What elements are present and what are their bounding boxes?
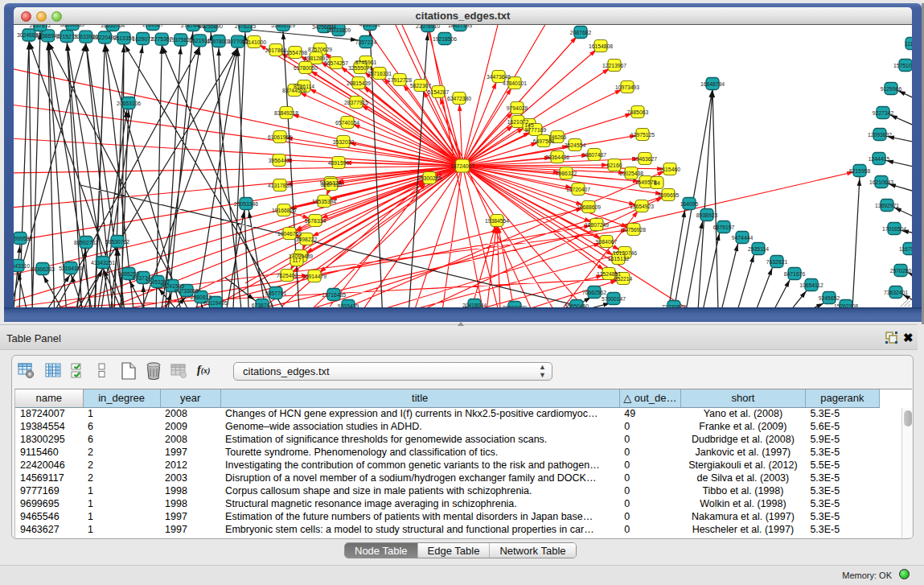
svg-text:3498222: 3498222 [296,237,318,242]
svg-text:66119495: 66119495 [203,300,228,306]
svg-text:84: 84 [654,180,660,186]
svg-text:91733095: 91733095 [175,288,199,294]
svg-text:43343251: 43343251 [91,260,115,266]
svg-text:10025438: 10025438 [619,171,643,176]
svg-text:8938923: 8938923 [696,212,718,218]
svg-text:4891590: 4891590 [328,160,350,166]
svg-text:10654112: 10654112 [799,282,823,288]
svg-text:2976225: 2976225 [235,25,257,29]
svg-text:20815439: 20815439 [347,80,371,86]
svg-text:2935114: 2935114 [748,246,769,252]
svg-text:16914479: 16914479 [302,274,326,279]
svg-text:12093832: 12093832 [868,132,892,138]
svg-text:88590039: 88590039 [60,25,84,27]
svg-text:12975125: 12975125 [630,132,655,138]
svg-text:5822307: 5822307 [410,83,432,89]
svg-text:16210643: 16210643 [869,179,893,185]
svg-text:10046766: 10046766 [277,231,302,237]
svg-text:10756928: 10756928 [622,227,646,233]
svg-text:34473646: 34473646 [487,74,511,80]
svg-text:3267130: 3267130 [321,182,343,187]
svg-text:18724007: 18724007 [450,163,474,169]
svg-text:252214: 252214 [614,276,633,282]
svg-text:17016504: 17016504 [882,226,906,232]
svg-text:12213967: 12213967 [602,63,626,68]
svg-text:17912728: 17912728 [388,77,412,83]
svg-text:6879197: 6879197 [713,225,735,230]
svg-text:16655764: 16655764 [101,25,125,28]
svg-text:19463627: 19463627 [633,156,657,162]
svg-text:164095: 164095 [680,201,699,207]
svg-text:9115460: 9115460 [659,167,680,172]
svg-text:16154808: 16154808 [589,43,613,49]
svg-text:32555071: 32555071 [348,65,372,71]
svg-text:20053346: 20053346 [234,201,258,207]
svg-text:3956442: 3956442 [269,158,290,163]
svg-text:47840101: 47840101 [503,80,527,86]
svg-text:2087682: 2087682 [570,30,592,35]
svg-text:9245652: 9245652 [819,295,840,301]
svg-text:81366283: 81366283 [31,266,55,272]
svg-text:7986322: 7986322 [556,171,577,176]
svg-text:55650450: 55650450 [565,303,589,308]
svg-text:51554798: 51554798 [283,50,307,56]
svg-text:41317839: 41317839 [268,183,292,188]
svg-text:56574257: 56574257 [324,60,348,66]
svg-text:20653106: 20653106 [117,101,141,106]
svg-text:15720407: 15720407 [566,187,590,192]
svg-text:9474444: 9474444 [732,235,754,241]
svg-text:65740154: 65740154 [335,120,359,126]
svg-text:6497568: 6497568 [533,138,555,144]
svg-text:99141000: 99141000 [242,39,266,45]
svg-text:62472380: 62472380 [447,96,471,101]
svg-text:16033809: 16033809 [326,27,351,33]
svg-text:8215958: 8215958 [849,168,871,174]
svg-text:1615132: 1615132 [608,256,630,262]
svg-text:20418044: 20418044 [462,303,487,308]
svg-text:117: 117 [293,257,302,263]
svg-text:9857791: 9857791 [265,290,287,296]
svg-text:9129966: 9129966 [881,86,902,92]
svg-text:9227342: 9227342 [873,110,894,116]
svg-text:13716485: 13716485 [322,292,346,298]
svg-text:28377915: 28377915 [344,100,368,105]
svg-text:37643310: 37643310 [14,263,30,269]
svg-text:61061966: 61061966 [268,134,292,140]
svg-text:13535394: 13535394 [312,199,336,204]
svg-text:11121: 11121 [905,41,912,47]
svg-text:10973493: 10973493 [615,84,639,90]
svg-text:58530762: 58530762 [105,239,129,245]
svg-text:88592782: 88592782 [74,240,98,245]
svg-text:52164119: 52164119 [59,266,83,271]
svg-text:4151952: 4151952 [359,25,381,27]
svg-text:19384554: 19384554 [485,218,509,224]
svg-text:83849218: 83849218 [274,110,298,116]
svg-text:20364436: 20364436 [545,154,569,160]
svg-text:2037872: 2037872 [30,25,51,28]
svg-text:5154287: 5154287 [428,89,450,95]
svg-text:10688609: 10688609 [577,204,601,210]
svg-text:18807249: 18807249 [585,222,609,228]
svg-text:73632401: 73632401 [884,290,908,295]
svg-text:18427393: 18427393 [448,25,472,28]
svg-text:13654923: 13654923 [630,204,654,209]
svg-text:7485063: 7485063 [627,109,649,115]
svg-text:16648784: 16648784 [700,81,725,87]
svg-text:23076910: 23076910 [416,25,440,29]
svg-text:10807487: 10807487 [582,152,606,158]
svg-text:13692971: 13692971 [875,203,899,208]
svg-text:25300285: 25300285 [417,175,441,181]
svg-text:8471676: 8471676 [784,271,806,277]
svg-text:9203439: 9203439 [338,303,359,308]
svg-text:19218506: 19218506 [433,36,457,42]
svg-text:16120746: 16120746 [613,250,637,256]
svg-text:87570629: 87570629 [308,47,332,52]
svg-text:86910239: 86910239 [503,305,527,308]
svg-text:7357224: 7357224 [355,39,377,45]
svg-text:17999533: 17999533 [14,236,32,241]
svg-text:1167534: 1167534 [899,246,912,252]
svg-text:3532032: 3532032 [333,139,355,145]
svg-text:15262308: 15262308 [834,303,858,308]
svg-text:6738744: 6738744 [252,303,273,308]
svg-text:9794028: 9794028 [507,105,528,111]
